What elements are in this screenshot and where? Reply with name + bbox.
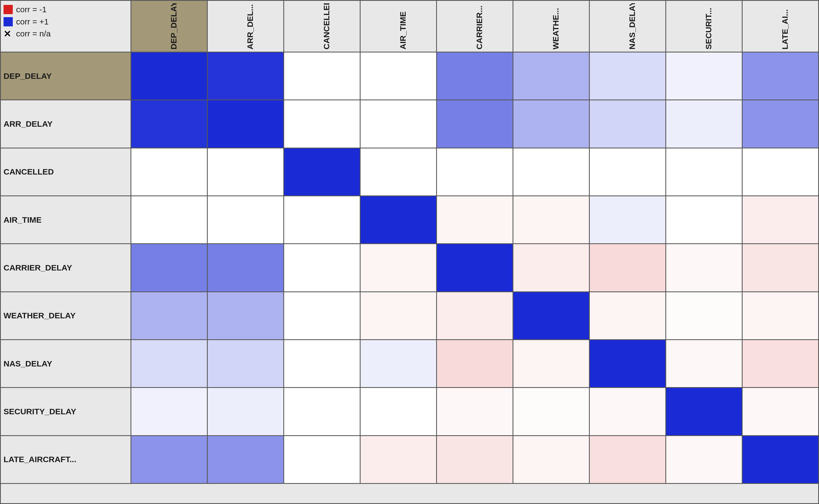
corr-cell[interactable] [361, 100, 437, 148]
corr-cell[interactable] [208, 196, 284, 244]
row-head-arr_delay[interactable]: ARR_DELAY [1, 100, 131, 148]
corr-cell[interactable] [590, 100, 666, 148]
corr-cell[interactable] [208, 100, 284, 148]
corr-cell[interactable] [437, 388, 513, 436]
corr-cell[interactable] [284, 340, 361, 388]
corr-cell[interactable] [131, 340, 208, 388]
row-head-nas_delay[interactable]: NAS_DELAY [1, 340, 131, 388]
col-head-late_aircraft_delay[interactable]: LATE_AI... [743, 1, 819, 52]
corr-cell[interactable] [131, 100, 208, 148]
corr-cell[interactable] [208, 292, 284, 340]
corr-cell[interactable] [284, 100, 361, 148]
corr-cell[interactable] [743, 196, 819, 244]
col-head-carrier_delay[interactable]: CARRIER... [437, 1, 513, 52]
corr-cell[interactable] [743, 436, 819, 484]
row-head-label: WEATHER_DELAY [4, 311, 76, 320]
corr-cell[interactable] [284, 244, 361, 292]
corr-cell[interactable] [743, 100, 819, 148]
corr-cell[interactable] [284, 196, 361, 244]
corr-cell[interactable] [743, 52, 819, 100]
corr-cell[interactable] [513, 340, 590, 388]
corr-cell[interactable] [590, 148, 666, 196]
corr-cell[interactable] [666, 244, 743, 292]
corr-cell[interactable] [437, 100, 513, 148]
row-head-air_time[interactable]: AIR_TIME [1, 196, 131, 244]
corr-cell[interactable] [361, 244, 437, 292]
corr-cell[interactable] [361, 52, 437, 100]
corr-cell[interactable] [131, 244, 208, 292]
corr-cell[interactable] [666, 340, 743, 388]
corr-cell[interactable] [437, 244, 513, 292]
corr-cell[interactable] [513, 196, 590, 244]
col-head-security_delay[interactable]: SECURIT... [666, 1, 743, 52]
corr-cell[interactable] [743, 388, 819, 436]
row-head-dep_delay[interactable]: DEP_DELAY [1, 52, 131, 100]
corr-cell[interactable] [590, 244, 666, 292]
corr-cell[interactable] [513, 292, 590, 340]
corr-cell[interactable] [208, 340, 284, 388]
col-head-weather_delay[interactable]: WEATHE... [513, 1, 590, 52]
col-head-cancelled[interactable]: CANCELLED [284, 1, 361, 52]
corr-cell[interactable] [208, 388, 284, 436]
corr-cell[interactable] [590, 292, 666, 340]
corr-cell[interactable] [666, 292, 743, 340]
col-head-nas_delay[interactable]: NAS_DELAY [590, 1, 666, 52]
corr-cell[interactable] [743, 244, 819, 292]
corr-cell[interactable] [361, 436, 437, 484]
corr-cell[interactable] [437, 148, 513, 196]
corr-cell[interactable] [208, 436, 284, 484]
row-head-weather_delay[interactable]: WEATHER_DELAY [1, 292, 131, 340]
corr-cell[interactable] [361, 148, 437, 196]
corr-cell[interactable] [666, 388, 743, 436]
corr-cell[interactable] [284, 292, 361, 340]
corr-cell[interactable] [437, 196, 513, 244]
corr-cell[interactable] [361, 196, 437, 244]
corr-cell[interactable] [284, 436, 361, 484]
corr-cell[interactable] [743, 292, 819, 340]
col-head-arr_delay[interactable]: ARR_DEL... [208, 1, 284, 52]
corr-cell[interactable] [666, 436, 743, 484]
corr-cell[interactable] [513, 244, 590, 292]
corr-cell[interactable] [513, 148, 590, 196]
corr-cell[interactable] [131, 436, 208, 484]
corr-cell[interactable] [437, 340, 513, 388]
corr-cell[interactable] [437, 292, 513, 340]
corr-cell[interactable] [666, 100, 743, 148]
corr-cell[interactable] [361, 388, 437, 436]
row-head-security_delay[interactable]: SECURITY_DELAY [1, 388, 131, 436]
col-head-dep_delay[interactable]: DEP_DELAY [131, 1, 208, 52]
corr-cell[interactable] [284, 52, 361, 100]
corr-cell[interactable] [208, 148, 284, 196]
row-head-late_aircraft_delay[interactable]: LATE_AIRCRAFT... [1, 436, 131, 484]
corr-cell[interactable] [590, 340, 666, 388]
corr-cell[interactable] [513, 100, 590, 148]
row-head-cancelled[interactable]: CANCELLED [1, 148, 131, 196]
corr-cell[interactable] [590, 52, 666, 100]
corr-cell[interactable] [131, 148, 208, 196]
corr-cell[interactable] [437, 436, 513, 484]
corr-cell[interactable] [131, 388, 208, 436]
corr-cell[interactable] [513, 52, 590, 100]
corr-cell[interactable] [743, 340, 819, 388]
col-head-air_time[interactable]: AIR_TIME [361, 1, 437, 52]
corr-cell[interactable] [666, 196, 743, 244]
corr-cell[interactable] [131, 196, 208, 244]
corr-cell[interactable] [284, 388, 361, 436]
corr-cell[interactable] [284, 148, 361, 196]
corr-cell[interactable] [131, 52, 208, 100]
corr-cell[interactable] [361, 340, 437, 388]
corr-cell[interactable] [590, 388, 666, 436]
row-head-carrier_delay[interactable]: CARRIER_DELAY [1, 244, 131, 292]
corr-cell[interactable] [743, 148, 819, 196]
corr-cell[interactable] [437, 52, 513, 100]
corr-cell[interactable] [208, 244, 284, 292]
corr-cell[interactable] [666, 52, 743, 100]
corr-cell[interactable] [590, 196, 666, 244]
corr-cell[interactable] [513, 436, 590, 484]
corr-cell[interactable] [666, 148, 743, 196]
corr-cell[interactable] [208, 52, 284, 100]
corr-cell[interactable] [361, 292, 437, 340]
corr-cell[interactable] [131, 292, 208, 340]
corr-cell[interactable] [513, 388, 590, 436]
corr-cell[interactable] [590, 436, 666, 484]
